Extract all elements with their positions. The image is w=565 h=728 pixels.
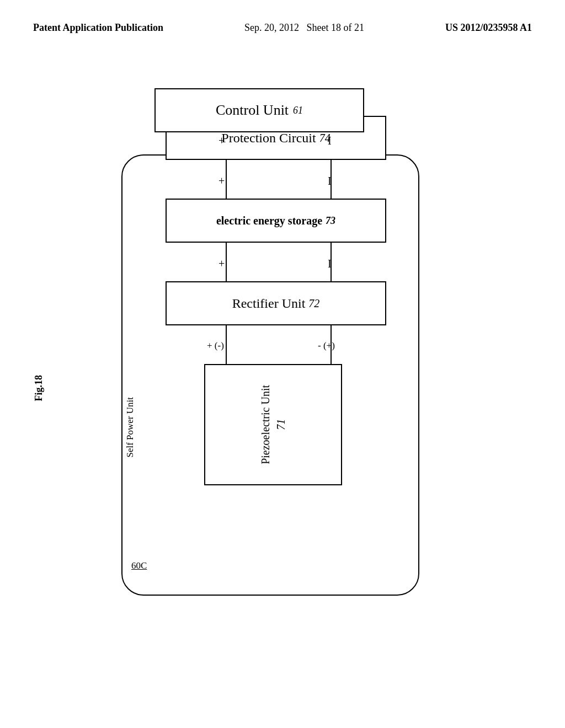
- protection-circuit-label: Protection Circuit: [221, 131, 316, 146]
- rectifier-unit-box: Rectifier Unit 72: [166, 281, 386, 325]
- piezoelectric-unit-label: Piezoelectric Unit 71: [258, 385, 289, 464]
- diagram-area: Control Unit 61 Self Power Unit 60C Prot…: [121, 88, 430, 618]
- patent-number-label: US 2012/0235958 A1: [445, 22, 532, 34]
- energy-storage-box: electric energy storage 73: [166, 199, 386, 243]
- page-header: Patent Application Publication Sep. 20, …: [0, 22, 565, 34]
- publication-label: Patent Application Publication: [33, 22, 163, 34]
- sheet-label: Sheet 18 of 21: [307, 22, 364, 33]
- figure-label: Fig.18: [33, 375, 45, 402]
- control-unit-label: Control Unit: [216, 102, 289, 119]
- rectifier-unit-label: Rectifier Unit: [232, 296, 306, 311]
- self-power-number: 60C: [131, 560, 147, 571]
- energy-storage-label: electric energy storage: [216, 215, 322, 227]
- protection-circuit-number: 74: [319, 132, 331, 144]
- date-sheet-label: Sep. 20, 2012 Sheet 18 of 21: [244, 22, 364, 34]
- piezoelectric-unit-box: Piezoelectric Unit 71: [204, 364, 342, 485]
- control-unit-box: Control Unit 61: [154, 88, 364, 132]
- energy-storage-number: 73: [326, 215, 335, 227]
- control-unit-number: 61: [293, 105, 303, 116]
- date-label: Sep. 20, 2012: [244, 22, 304, 33]
- self-power-label: Self Power Unit: [125, 397, 136, 458]
- rectifier-unit-number: 72: [308, 297, 319, 310]
